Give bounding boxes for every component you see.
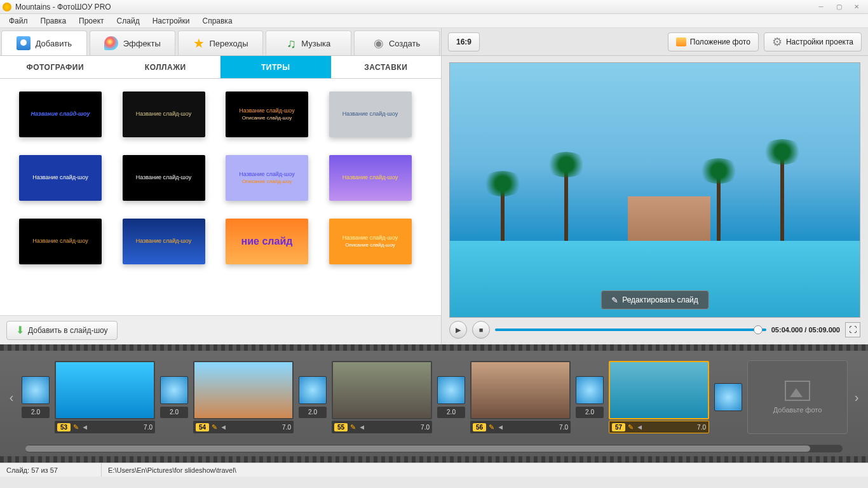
sound-icon[interactable]: ◄ bbox=[636, 423, 643, 431]
window-title: Mountains - ФотоШОУ PRO bbox=[15, 3, 812, 11]
title-template[interactable]: Название слайд-шоу bbox=[19, 219, 102, 264]
subtab-collages[interactable]: КОЛЛАЖИ bbox=[111, 56, 221, 78]
add-to-slideshow-button[interactable]: ⬇ Добавить в слайд-шоу bbox=[6, 321, 118, 340]
menu-settings[interactable]: Настройки bbox=[147, 15, 195, 27]
aspect-ratio-button[interactable]: 16:9 bbox=[448, 32, 480, 51]
timeline-slide[interactable]: 55✎◄7.0 bbox=[332, 361, 432, 433]
timeline: ‹ 2.053✎◄7.02.054✎◄7.02.055✎◄7.02.056✎◄7… bbox=[0, 344, 868, 463]
fullscreen-button[interactable]: ⛶ bbox=[845, 322, 860, 337]
timeline-scroll-thumb[interactable] bbox=[25, 445, 810, 452]
edit-slide-button[interactable]: ✎ Редактировать слайд bbox=[600, 290, 709, 309]
slide-thumb[interactable] bbox=[55, 361, 155, 419]
slide-duration[interactable]: 7.0 bbox=[559, 424, 568, 431]
transition-thumb[interactable] bbox=[160, 376, 188, 404]
photo-position-button[interactable]: Положение фото bbox=[668, 32, 759, 51]
subtab-photos[interactable]: ФОТОГРАФИИ bbox=[0, 56, 111, 78]
tab-effects[interactable]: Эффекты bbox=[90, 30, 175, 55]
subtab-titles[interactable]: ТИТРЫ bbox=[220, 56, 331, 78]
transition-duration[interactable]: 2.0 bbox=[160, 407, 188, 418]
sub-tabs: ФОТОГРАФИИ КОЛЛАЖИ ТИТРЫ ЗАСТАВКИ bbox=[0, 56, 441, 79]
transition-thumb[interactable] bbox=[576, 376, 604, 404]
slide-thumb[interactable] bbox=[332, 361, 432, 419]
title-template[interactable]: Название слайд-шоу bbox=[19, 155, 102, 201]
add-photo-button[interactable]: Добавьте фото bbox=[747, 360, 848, 434]
timeline-prev-button[interactable]: ‹ bbox=[6, 390, 17, 405]
photo-position-label: Положение фото bbox=[690, 37, 750, 46]
title-template[interactable]: Название слайд-шоу bbox=[19, 92, 102, 137]
progress-handle[interactable] bbox=[754, 325, 763, 334]
music-icon: ♫ bbox=[287, 36, 296, 51]
status-slide-counter: Слайд: 57 из 57 bbox=[0, 463, 102, 477]
transition-duration[interactable]: 2.0 bbox=[576, 407, 604, 418]
maximize-button[interactable]: ▢ bbox=[830, 1, 848, 13]
reel-icon: ◉ bbox=[374, 36, 384, 50]
camera-icon bbox=[17, 36, 31, 50]
transition-duration[interactable]: 2.0 bbox=[437, 407, 465, 418]
pencil-icon[interactable]: ✎ bbox=[212, 423, 217, 431]
film-edge-bottom bbox=[0, 456, 868, 463]
sound-icon[interactable]: ◄ bbox=[358, 423, 365, 431]
slide-thumb[interactable] bbox=[470, 361, 571, 419]
tab-effects-label: Эффекты bbox=[123, 39, 161, 48]
stop-button[interactable]: ■ bbox=[472, 321, 490, 339]
sound-icon[interactable]: ◄ bbox=[220, 423, 227, 431]
timeline-slide[interactable]: 54✎◄7.0 bbox=[193, 361, 294, 433]
pencil-icon[interactable]: ✎ bbox=[350, 423, 356, 431]
title-template[interactable]: Название слайд-шоу bbox=[123, 92, 205, 137]
sound-icon[interactable]: ◄ bbox=[81, 423, 88, 431]
transition-thumb[interactable] bbox=[299, 376, 327, 404]
title-template[interactable]: Название слайд-шоуОписание слайд-шоу bbox=[329, 219, 412, 264]
pencil-icon[interactable]: ✎ bbox=[73, 423, 79, 431]
close-button[interactable]: ✕ bbox=[848, 1, 865, 13]
pencil-icon: ✎ bbox=[611, 295, 618, 305]
transition-duration[interactable]: 2.0 bbox=[22, 407, 50, 418]
title-template[interactable]: Название слайд-шоуОписание слайд-шоу bbox=[226, 155, 308, 201]
slide-info: 53✎◄7.0 bbox=[55, 421, 155, 433]
tab-music-label: Музыка bbox=[301, 39, 330, 48]
pencil-icon[interactable]: ✎ bbox=[489, 423, 494, 431]
project-settings-button[interactable]: ⚙ Настройки проекта bbox=[764, 32, 862, 51]
minimize-button[interactable]: ─ bbox=[812, 1, 830, 13]
status-path: E:\Users\En\Pictures\for slideshow\trave… bbox=[102, 463, 868, 477]
preview-viewport[interactable]: ✎ Редактировать слайд bbox=[449, 62, 860, 318]
timeline-slide[interactable]: 56✎◄7.0 bbox=[470, 361, 571, 433]
app-icon bbox=[3, 3, 11, 11]
menu-file[interactable]: Файл bbox=[4, 15, 33, 27]
slide-duration[interactable]: 7.0 bbox=[282, 424, 291, 431]
slide-duration[interactable]: 7.0 bbox=[421, 424, 430, 431]
pencil-icon[interactable]: ✎ bbox=[628, 423, 634, 431]
menu-edit[interactable]: Правка bbox=[36, 15, 72, 27]
tab-music[interactable]: ♫ Музыка bbox=[266, 30, 351, 55]
title-template[interactable]: ние слайд bbox=[226, 219, 308, 264]
slide-number: 53 bbox=[57, 423, 71, 431]
menu-project[interactable]: Проект bbox=[74, 15, 109, 27]
transition-thumb[interactable] bbox=[437, 376, 465, 404]
slide-number: 55 bbox=[334, 423, 348, 431]
menu-slide[interactable]: Слайд bbox=[112, 15, 145, 27]
slide-thumb[interactable] bbox=[193, 361, 294, 419]
title-bar: Mountains - ФотоШОУ PRO ─ ▢ ✕ bbox=[0, 0, 868, 14]
timeline-slide[interactable]: 57✎◄7.0 bbox=[609, 361, 709, 433]
play-button[interactable]: ▶ bbox=[449, 321, 467, 339]
tab-create[interactable]: ◉ Создать bbox=[354, 30, 440, 55]
progress-slider[interactable] bbox=[495, 329, 766, 331]
slide-thumb[interactable] bbox=[609, 361, 709, 419]
transition-thumb[interactable] bbox=[714, 383, 742, 411]
menu-help[interactable]: Справка bbox=[197, 15, 237, 27]
transition-duration[interactable]: 2.0 bbox=[299, 407, 327, 418]
subtab-intros[interactable]: ЗАСТАВКИ bbox=[331, 56, 442, 78]
timeline-next-button[interactable]: › bbox=[851, 390, 862, 405]
slide-duration[interactable]: 7.0 bbox=[144, 424, 153, 431]
timeline-slide[interactable]: 53✎◄7.0 bbox=[55, 361, 155, 433]
sound-icon[interactable]: ◄ bbox=[497, 423, 504, 431]
title-template[interactable]: Название слайд-шоу bbox=[123, 155, 205, 201]
tab-add[interactable]: Добавить bbox=[1, 30, 87, 55]
title-template[interactable]: Название слайд-шоуОписание слайд-шоу bbox=[226, 92, 308, 137]
title-template[interactable]: Название слайд-шоу bbox=[123, 219, 205, 264]
title-template[interactable]: Название слайд-шоу bbox=[329, 155, 412, 201]
title-template[interactable]: Название слайд-шоу bbox=[329, 92, 412, 137]
transition-thumb[interactable] bbox=[22, 376, 50, 404]
slide-duration[interactable]: 7.0 bbox=[697, 424, 706, 431]
tab-transitions[interactable]: ★ Переходы bbox=[178, 30, 264, 55]
timeline-scrollbar[interactable] bbox=[25, 445, 843, 452]
